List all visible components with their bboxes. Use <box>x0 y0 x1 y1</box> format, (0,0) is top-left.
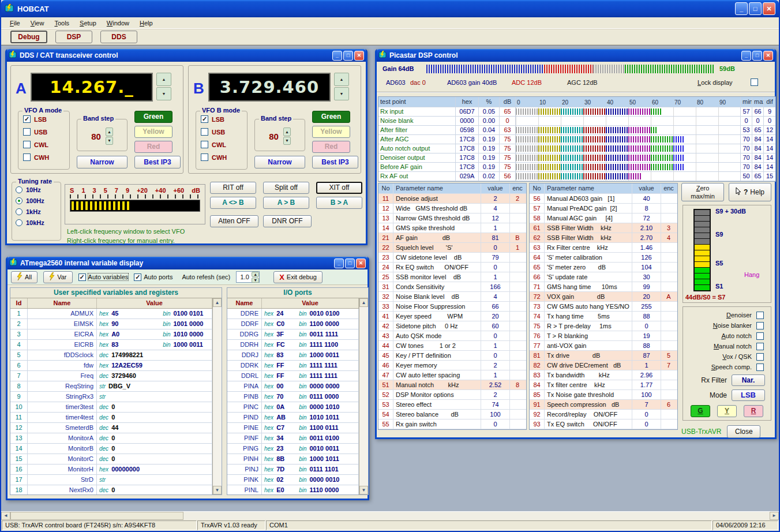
vfo-b-mode-lsb[interactable]: ✓LSB <box>201 114 247 124</box>
switch-noise-blanker-checkbox[interactable] <box>756 322 764 329</box>
port-row-ddrj[interactable]: DDRJhex83bin1000 0011 <box>227 350 359 361</box>
param-row-76[interactable]: 76T > R blanking19 <box>530 331 677 341</box>
vfo-a-lsb-checkbox[interactable]: ✓ <box>23 115 31 123</box>
port-row-pinb[interactable]: PINBhex70bin0111 0000 <box>227 392 359 402</box>
tuning-rate-10hz[interactable]: 10Hz <box>16 186 61 193</box>
zero-max-min-button[interactable]: Zeromax/min <box>681 183 724 201</box>
help-button[interactable]: ? Help <box>729 183 771 201</box>
vfo-a-mode-usb[interactable]: USB <box>23 127 69 137</box>
vfo-b-usb-checkbox[interactable] <box>201 128 208 136</box>
avr-close-button[interactable]: ✕ <box>356 258 366 268</box>
vfo-b-cwh-checkbox[interactable] <box>201 153 208 161</box>
port-row-pink[interactable]: PINKhex02bin0000 0010 <box>227 475 359 485</box>
vfo-a-band-step-spinner-up[interactable]: ▲ <box>106 128 113 136</box>
testpoint-row-denoiser-output[interactable]: Denoiser output17C80.1975708414 <box>378 153 775 163</box>
variable-row-admux[interactable]: 1ADMUXhex45bin0100 0101 <box>10 309 212 319</box>
param-row-24[interactable]: 24Rx EQ switch ON/OFF0 <box>378 263 526 272</box>
rx-filter-button[interactable]: Nar. <box>732 374 765 386</box>
param-row-47[interactable]: 47CW auto letter spacing1 <box>378 370 526 380</box>
param-row-77[interactable]: 77anti-VOX gain88 <box>530 341 677 351</box>
param-row-82[interactable]: 82CW drive DECrement dB17 <box>530 361 677 370</box>
param-row-73[interactable]: 73CW GMS auto hang YES/NO255 <box>530 302 677 312</box>
dds-b-a-button[interactable]: B > A <box>316 197 362 209</box>
variable-row-timer3test[interactable]: 10timer3testdec0 <box>10 402 212 413</box>
dds-a-b-button[interactable]: A <> B <box>210 197 256 209</box>
switch-manual-notch[interactable]: Manual notch <box>683 341 771 351</box>
vfo-a-cwh-checkbox[interactable] <box>23 153 31 161</box>
vfo-b-mode-usb[interactable]: USB <box>201 127 247 137</box>
dds-maximize-button[interactable]: □ <box>343 51 353 61</box>
vfo-a-mode-lsb[interactable]: ✓LSB <box>23 114 69 124</box>
scroll-up-button[interactable]: ▲ <box>213 298 222 307</box>
switch-vox-qsk-checkbox[interactable] <box>756 353 764 361</box>
dsp-minimize-button[interactable]: _ <box>741 51 751 61</box>
switch-auto-notch-checkbox[interactable] <box>756 332 764 340</box>
mode-button[interactable]: LSB <box>732 389 765 401</box>
scroll-right-button[interactable]: ► <box>770 512 779 520</box>
auto-refresh-spinner-up[interactable]: ▲ <box>252 272 259 277</box>
variable-row-reqstring[interactable]: 8ReqStringstrDBG_V <box>10 381 212 392</box>
dds-minimize-button[interactable]: _ <box>332 51 342 61</box>
variable-row-monitora[interactable]: 13MonitorAdec0 <box>10 433 212 444</box>
vfo-a-narrow-button[interactable]: Narrow <box>77 156 127 168</box>
port-row-pinf[interactable]: PINFhex34bin0011 0100 <box>227 433 359 444</box>
vfo-b-tune-spinner-up[interactable]: ▲ <box>334 73 349 86</box>
param-row-61[interactable]: 61SSB Filter Width kHz2.103 <box>530 223 677 233</box>
param-row-44[interactable]: 44CW tones 1 or 21 <box>378 341 526 351</box>
param-row-85[interactable]: 85Tx Noise gate threshold100 <box>530 390 677 400</box>
menu-file[interactable]: File <box>5 18 25 28</box>
scroll-up-button[interactable]: ▲ <box>359 298 368 307</box>
port-row-ddrh[interactable]: DDRHhexFCbin1111 1100 <box>227 340 359 350</box>
vfo-a-yellow-button[interactable]: Yellow <box>134 126 172 138</box>
param-row-71[interactable]: 71GMS hang time 10ms99 <box>530 282 677 292</box>
variable-row-freq[interactable]: 7Freqdec3729460 <box>10 371 212 381</box>
switch-denoiser[interactable]: Denoiser <box>683 310 771 320</box>
toolbar-dsp-button[interactable]: DSP <box>55 31 92 43</box>
scroll-down-button[interactable]: ▼ <box>213 486 222 494</box>
port-row-pinj[interactable]: PINJhex7Dbin0111 1101 <box>227 464 359 475</box>
vfo-a-band-step-spinner-down[interactable]: ▼ <box>106 137 113 145</box>
tuning-rate-10khz[interactable]: 10kHz <box>16 219 61 226</box>
menu-setup[interactable]: Setup <box>74 18 102 28</box>
param-row-12[interactable]: 12Wide GMS threshold dB4 <box>378 204 526 213</box>
param-row-93[interactable]: 93Tx EQ switch ON/OFF0 <box>530 419 677 429</box>
param-row-57[interactable]: 57Manual PreADC gain [2]8 <box>530 204 677 213</box>
port-row-pinl[interactable]: PINLhexE0bin1110 0000 <box>227 485 359 494</box>
auto-refresh-value[interactable]: 1.0 <box>238 274 252 280</box>
param-row-23[interactable]: 23CW sidetone level dB79 <box>378 253 526 263</box>
toolbar-debug-button[interactable]: Debug <box>10 31 47 43</box>
r-memory-button[interactable]: R <box>744 405 763 417</box>
switch-vox-qsk[interactable]: Vox / QSK <box>683 351 771 362</box>
variable-row-nextrx0[interactable]: 18NextRx0dec0 <box>10 485 212 494</box>
port-row-ddrk[interactable]: DDRKhexFFbin1111 1111 <box>227 361 359 371</box>
dsp-maximize-button[interactable]: □ <box>752 51 762 61</box>
variable-row-monitorc[interactable]: 15MonitorCdec0 <box>10 454 212 464</box>
tuning-rate-1khz[interactable]: 1kHz <box>16 208 61 215</box>
port-row-ddre[interactable]: DDREhex24bin0010 0100 <box>227 309 359 319</box>
port-row-ddrg[interactable]: DDRGhex3Fbin0011 1111 <box>227 329 359 340</box>
dds-rit-off-button[interactable]: RIT off <box>210 182 256 194</box>
vfo-a-green-button[interactable]: Green <box>134 111 172 123</box>
refresh-var-button[interactable]: Var <box>43 271 72 283</box>
param-row-11[interactable]: 11Denoise adjust22 <box>378 194 526 204</box>
switch-speech-comp-checkbox[interactable] <box>756 364 764 371</box>
port-row-pind[interactable]: PINDhexABbin1010 1011 <box>227 413 359 423</box>
tuning-rate-10khz-radio[interactable] <box>16 219 22 226</box>
testpoint-row-rx-input[interactable]: Rx input06D70.056557669 <box>378 107 775 117</box>
lock-display-checkbox[interactable] <box>751 78 758 86</box>
switch-manual-notch-checkbox[interactable] <box>756 343 764 350</box>
toolbar-dds-button[interactable]: DDS <box>100 31 137 43</box>
param-row-25[interactable]: 25SSB monitor level dB1 <box>378 272 526 282</box>
variable-row-stringrx3[interactable]: 9StringRx3str <box>10 392 212 402</box>
switch-noise-blanker[interactable]: Noise blanker <box>683 320 771 331</box>
port-row-ddrf[interactable]: DDRFhexC0bin1100 0000 <box>227 319 359 329</box>
variable-row-fdw[interactable]: 6fdwhex12A2EC59 <box>10 361 212 371</box>
param-row-72[interactable]: 72VOX gain dB20A <box>530 292 677 302</box>
variable-row-monitorb[interactable]: 14MonitorBdec0 <box>10 444 212 454</box>
vfo-b-best-ip3-button[interactable]: Best IP3 <box>312 156 358 168</box>
vfo-a-mode-cwh[interactable]: CWH <box>23 152 69 162</box>
y-memory-button[interactable]: Y <box>717 405 737 417</box>
tuning-rate-100hz[interactable]: 100Hz <box>16 197 61 204</box>
scrollbar-track[interactable] <box>359 307 368 486</box>
param-row-21[interactable]: 21AF gain dB81B <box>378 233 526 243</box>
